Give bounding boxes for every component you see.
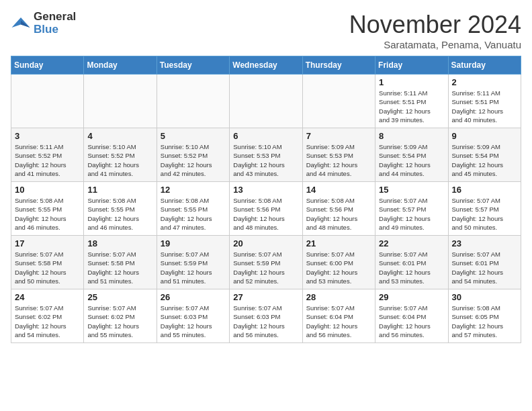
- header-friday: Friday: [375, 56, 448, 75]
- day-info: Sunrise: 5:07 AM Sunset: 5:57 PM Dayligh…: [452, 196, 517, 232]
- calendar-cell: 25Sunrise: 5:07 AM Sunset: 6:02 PM Dayli…: [84, 289, 157, 343]
- calendar-cell: 28Sunrise: 5:07 AM Sunset: 6:04 PM Dayli…: [302, 289, 375, 343]
- day-number: 25: [87, 292, 152, 302]
- calendar-week-row: 3Sunrise: 5:11 AM Sunset: 5:52 PM Daylig…: [11, 128, 521, 182]
- calendar-cell: 17Sunrise: 5:07 AM Sunset: 5:58 PM Dayli…: [11, 236, 84, 289]
- day-number: 14: [306, 185, 371, 195]
- calendar-cell: 2Sunrise: 5:11 AM Sunset: 5:51 PM Daylig…: [448, 75, 521, 128]
- calendar-cell: 8Sunrise: 5:09 AM Sunset: 5:54 PM Daylig…: [375, 128, 448, 182]
- calendar-cell: 13Sunrise: 5:08 AM Sunset: 5:56 PM Dayli…: [230, 182, 302, 236]
- day-number: 13: [233, 185, 298, 195]
- day-number: 24: [15, 292, 80, 302]
- day-number: 6: [233, 131, 298, 141]
- day-number: 17: [15, 238, 80, 248]
- month-year-title: November 2024: [349, 11, 521, 39]
- calendar-cell: 3Sunrise: 5:11 AM Sunset: 5:52 PM Daylig…: [11, 128, 84, 182]
- day-info: Sunrise: 5:07 AM Sunset: 5:58 PM Dayligh…: [87, 250, 152, 285]
- day-number: 4: [87, 131, 152, 141]
- day-number: 27: [233, 292, 298, 302]
- day-number: 9: [452, 131, 517, 141]
- day-number: 3: [15, 131, 80, 141]
- calendar-cell: 11Sunrise: 5:08 AM Sunset: 5:55 PM Dayli…: [84, 182, 157, 236]
- day-number: 21: [306, 238, 371, 248]
- calendar-week-row: 17Sunrise: 5:07 AM Sunset: 5:58 PM Dayli…: [11, 236, 521, 289]
- day-number: 15: [379, 185, 444, 195]
- calendar-cell: 4Sunrise: 5:10 AM Sunset: 5:52 PM Daylig…: [84, 128, 157, 182]
- header-sunday: Sunday: [11, 56, 84, 75]
- day-info: Sunrise: 5:07 AM Sunset: 6:02 PM Dayligh…: [87, 304, 152, 339]
- day-number: 7: [306, 131, 371, 141]
- day-info: Sunrise: 5:07 AM Sunset: 6:03 PM Dayligh…: [233, 304, 298, 339]
- day-number: 12: [161, 185, 226, 195]
- day-info: Sunrise: 5:07 AM Sunset: 6:02 PM Dayligh…: [15, 304, 80, 339]
- day-info: Sunrise: 5:07 AM Sunset: 5:59 PM Dayligh…: [233, 250, 298, 285]
- day-info: Sunrise: 5:07 AM Sunset: 6:01 PM Dayligh…: [379, 250, 444, 285]
- day-number: 22: [379, 238, 444, 248]
- calendar-title-block: November 2024 Saratamata, Penama, Vanuat…: [349, 11, 521, 50]
- day-number: 16: [452, 185, 517, 195]
- day-info: Sunrise: 5:07 AM Sunset: 5:57 PM Dayligh…: [379, 196, 444, 232]
- calendar-week-row: 1Sunrise: 5:11 AM Sunset: 5:51 PM Daylig…: [11, 75, 521, 128]
- calendar-cell: 21Sunrise: 5:07 AM Sunset: 6:00 PM Dayli…: [302, 236, 375, 289]
- calendar-cell: 7Sunrise: 5:09 AM Sunset: 5:53 PM Daylig…: [302, 128, 375, 182]
- day-number: 29: [379, 292, 444, 302]
- logo-icon: [11, 13, 31, 34]
- day-info: Sunrise: 5:10 AM Sunset: 5:52 PM Dayligh…: [87, 142, 152, 178]
- day-info: Sunrise: 5:11 AM Sunset: 5:51 PM Dayligh…: [379, 89, 444, 124]
- calendar-header-row: SundayMondayTuesdayWednesdayThursdayFrid…: [11, 56, 521, 75]
- calendar-cell: 27Sunrise: 5:07 AM Sunset: 6:03 PM Dayli…: [230, 289, 302, 343]
- calendar-cell: 6Sunrise: 5:10 AM Sunset: 5:53 PM Daylig…: [230, 128, 302, 182]
- day-number: 8: [379, 131, 444, 141]
- day-info: Sunrise: 5:07 AM Sunset: 6:04 PM Dayligh…: [379, 304, 444, 339]
- calendar-cell: 12Sunrise: 5:08 AM Sunset: 5:55 PM Dayli…: [157, 182, 229, 236]
- calendar-cell: 14Sunrise: 5:08 AM Sunset: 5:56 PM Dayli…: [302, 182, 375, 236]
- day-info: Sunrise: 5:08 AM Sunset: 6:05 PM Dayligh…: [452, 304, 517, 339]
- calendar-cell: 16Sunrise: 5:07 AM Sunset: 5:57 PM Dayli…: [448, 182, 521, 236]
- day-info: Sunrise: 5:09 AM Sunset: 5:53 PM Dayligh…: [306, 142, 371, 178]
- day-info: Sunrise: 5:09 AM Sunset: 5:54 PM Dayligh…: [379, 142, 444, 178]
- day-info: Sunrise: 5:08 AM Sunset: 5:56 PM Dayligh…: [233, 196, 298, 232]
- calendar-cell: 1Sunrise: 5:11 AM Sunset: 5:51 PM Daylig…: [375, 75, 448, 128]
- day-info: Sunrise: 5:08 AM Sunset: 5:55 PM Dayligh…: [87, 196, 152, 232]
- day-number: 2: [452, 77, 517, 87]
- calendar-cell: 29Sunrise: 5:07 AM Sunset: 6:04 PM Dayli…: [375, 289, 448, 343]
- logo-text: General Blue: [34, 11, 76, 36]
- page-header: General Blue November 2024 Saratamata, P…: [11, 11, 521, 50]
- logo: General Blue: [11, 11, 76, 36]
- day-info: Sunrise: 5:07 AM Sunset: 6:00 PM Dayligh…: [306, 250, 371, 285]
- header-monday: Monday: [84, 56, 157, 75]
- calendar-week-row: 10Sunrise: 5:08 AM Sunset: 5:55 PM Dayli…: [11, 182, 521, 236]
- calendar-cell: 18Sunrise: 5:07 AM Sunset: 5:58 PM Dayli…: [84, 236, 157, 289]
- day-info: Sunrise: 5:10 AM Sunset: 5:53 PM Dayligh…: [233, 142, 298, 178]
- calendar-cell: [230, 75, 302, 128]
- calendar-cell: 19Sunrise: 5:07 AM Sunset: 5:59 PM Dayli…: [157, 236, 229, 289]
- calendar-cell: 10Sunrise: 5:08 AM Sunset: 5:55 PM Dayli…: [11, 182, 84, 236]
- day-number: 1: [379, 77, 444, 87]
- day-info: Sunrise: 5:08 AM Sunset: 5:55 PM Dayligh…: [161, 196, 226, 232]
- day-number: 26: [161, 292, 226, 302]
- day-number: 5: [161, 131, 226, 141]
- calendar-cell: 20Sunrise: 5:07 AM Sunset: 5:59 PM Dayli…: [230, 236, 302, 289]
- day-number: 30: [452, 292, 517, 302]
- day-info: Sunrise: 5:07 AM Sunset: 5:58 PM Dayligh…: [15, 250, 80, 285]
- calendar-cell: 23Sunrise: 5:07 AM Sunset: 6:01 PM Dayli…: [448, 236, 521, 289]
- calendar-cell: [302, 75, 375, 128]
- day-number: 23: [452, 238, 517, 248]
- day-number: 18: [87, 238, 152, 248]
- day-info: Sunrise: 5:07 AM Sunset: 5:59 PM Dayligh…: [161, 250, 226, 285]
- day-info: Sunrise: 5:07 AM Sunset: 6:03 PM Dayligh…: [161, 304, 226, 339]
- calendar-cell: [11, 75, 84, 128]
- header-thursday: Thursday: [302, 56, 375, 75]
- calendar-cell: [157, 75, 229, 128]
- header-tuesday: Tuesday: [157, 56, 229, 75]
- day-number: 10: [15, 185, 80, 195]
- calendar-cell: 5Sunrise: 5:10 AM Sunset: 5:52 PM Daylig…: [157, 128, 229, 182]
- calendar-cell: 30Sunrise: 5:08 AM Sunset: 6:05 PM Dayli…: [448, 289, 521, 343]
- day-info: Sunrise: 5:07 AM Sunset: 6:04 PM Dayligh…: [306, 304, 371, 339]
- calendar-cell: 9Sunrise: 5:09 AM Sunset: 5:54 PM Daylig…: [448, 128, 521, 182]
- location-subtitle: Saratamata, Penama, Vanuatu: [349, 39, 521, 50]
- day-info: Sunrise: 5:10 AM Sunset: 5:52 PM Dayligh…: [161, 142, 226, 178]
- day-number: 11: [87, 185, 152, 195]
- calendar-cell: 22Sunrise: 5:07 AM Sunset: 6:01 PM Dayli…: [375, 236, 448, 289]
- calendar-cell: 26Sunrise: 5:07 AM Sunset: 6:03 PM Dayli…: [157, 289, 229, 343]
